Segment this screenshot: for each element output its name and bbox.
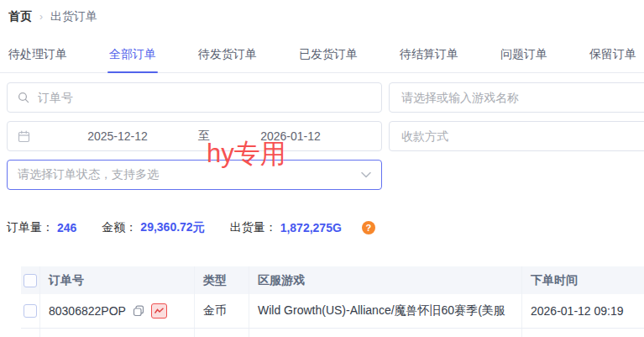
tab-to-settle[interactable]: 待结算订单 (398, 42, 460, 72)
stat-amount-value: 29,360.72元 (140, 220, 204, 235)
type-cell: 金币 (195, 294, 249, 328)
game-name-input[interactable] (400, 90, 644, 105)
breadcrumb-separator-icon: › (39, 11, 43, 23)
chart-image-icon[interactable] (151, 303, 167, 319)
header-order-no: 订单号 (40, 266, 195, 294)
date-range-to-label: 至 (198, 129, 210, 144)
order-no-text: 80306822POP (49, 304, 126, 318)
payment-method-input[interactable] (400, 129, 644, 144)
order-status-placeholder: 请选择订单状态，支持多选 (18, 167, 361, 182)
header-type: 类型 (195, 266, 249, 294)
time-cell: 2026-01-12 09:19 (522, 294, 644, 328)
game-cell: Wild Growth(US)-Alliance/魔兽怀旧60赛季(美服 (249, 294, 522, 328)
stat-order-count-value: 246 (57, 221, 76, 234)
order-no-cell: 80306822POP (40, 294, 195, 328)
stat-amount-label: 金额： (102, 220, 137, 235)
tab-pending[interactable]: 待处理订单 (7, 42, 69, 72)
order-status-multiselect[interactable]: 请选择订单状态，支持多选 (7, 160, 382, 190)
tab-to-ship[interactable]: 待发货订单 (196, 42, 259, 72)
stat-shipment-label: 出货量： (230, 220, 277, 235)
tab-all-orders[interactable]: 全部订单 (107, 42, 158, 72)
calendar-icon (18, 130, 30, 143)
payment-method-field[interactable] (389, 121, 644, 151)
order-no-cell: 80306199POP (40, 329, 195, 337)
row-checkbox[interactable] (24, 304, 37, 318)
date-range-picker[interactable]: 2025-12-12 至 2026-01-12 (7, 121, 382, 151)
breadcrumb: 首页 › 出货订单 (0, 0, 644, 24)
order-no-search-field[interactable] (7, 82, 382, 113)
order-no-input[interactable] (36, 90, 371, 105)
help-question-icon[interactable]: ? (362, 221, 375, 234)
time-cell: 2026-01-11 21:14 (522, 329, 644, 337)
order-tabs: 待处理订单 全部订单 待发货订单 已发货订单 待结算订单 问题订单 保留订单 (0, 42, 644, 73)
row-select-cell (21, 329, 40, 337)
date-start-value[interactable]: 2025-12-12 (37, 129, 198, 143)
stat-shipment: 出货量： 1,872,275G (230, 220, 342, 235)
copy-icon[interactable] (133, 305, 144, 317)
orders-table: 订单号 类型 区服游戏 下单时间 80306822POP 金币 Wild Gro… (21, 266, 644, 337)
table-row[interactable]: 80306199POP 金币 Wild Growth(US)-Alliance/… (21, 329, 644, 337)
breadcrumb-home-link[interactable]: 首页 (8, 9, 32, 24)
game-name-field[interactable] (389, 82, 644, 113)
summary-stats: 订单量： 246 金额： 29,360.72元 出货量： 1,872,275G … (7, 220, 644, 235)
stat-amount: 金额： 29,360.72元 (102, 220, 204, 235)
select-all-checkbox[interactable] (24, 274, 37, 287)
breadcrumb-current: 出货订单 (50, 9, 97, 24)
header-select-all-cell (21, 266, 40, 294)
table-row[interactable]: 80306822POP 金币 Wild Growth(US)-Alliance/… (21, 294, 644, 329)
filter-bar: 2025-12-12 至 2026-01-12 请选择订单状态，支持多选 (7, 82, 644, 190)
search-icon (18, 92, 29, 103)
stat-order-count: 订单量： 246 (7, 220, 76, 235)
row-select-cell (21, 294, 40, 328)
header-game: 区服游戏 (249, 266, 522, 294)
date-end-value[interactable]: 2026-01-12 (210, 129, 371, 143)
table-body: 80306822POP 金币 Wild Growth(US)-Alliance/… (21, 294, 644, 337)
stat-order-count-label: 订单量： (7, 220, 54, 235)
tab-shipped[interactable]: 已发货订单 (297, 42, 359, 72)
table-header-row: 订单号 类型 区服游戏 下单时间 (21, 266, 644, 294)
game-cell: Wild Growth(US)-Alliance/魔兽怀旧60赛季(美服 (249, 329, 522, 337)
tab-reserved[interactable]: 保留订单 (588, 42, 638, 72)
stat-shipment-value: 1,872,275G (280, 221, 342, 234)
header-time: 下单时间 (522, 266, 644, 294)
chevron-down-icon[interactable] (361, 171, 371, 178)
tab-problem[interactable]: 问题订单 (499, 42, 549, 72)
type-cell: 金币 (195, 329, 249, 337)
